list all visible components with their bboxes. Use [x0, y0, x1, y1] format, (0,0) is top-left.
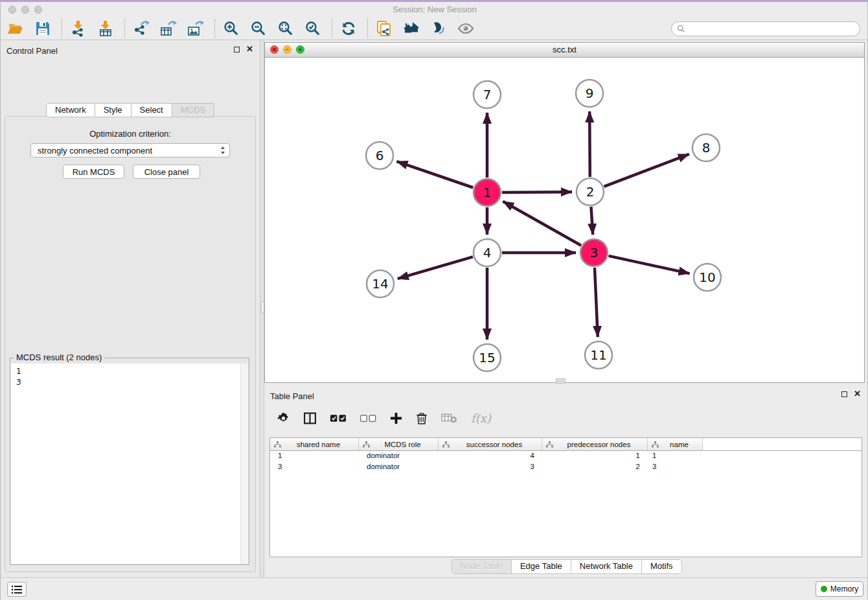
edge-2-9[interactable]: [589, 111, 590, 177]
close-panel-icon[interactable]: ✕: [246, 45, 253, 53]
show-graphics-details-button[interactable]: [429, 19, 448, 38]
edge-3-11[interactable]: [595, 268, 598, 337]
node-label-2: 2: [586, 184, 595, 200]
table-row[interactable]: 3dominator323: [270, 462, 862, 473]
import-table-button[interactable]: [96, 19, 115, 38]
table-cell[interactable]: 1: [270, 451, 359, 462]
vertical-splitter[interactable]: [260, 40, 264, 577]
home-button[interactable]: [402, 19, 421, 38]
table-cell[interactable]: 3: [270, 462, 359, 473]
delete-table-button[interactable]: [441, 413, 457, 424]
zoom-fit-button[interactable]: [276, 19, 295, 38]
table-cell[interactable]: dominator: [359, 462, 439, 473]
export-image-button[interactable]: [186, 19, 205, 38]
export-table-icon: [160, 20, 177, 37]
table-settings-button[interactable]: [277, 412, 290, 424]
node-table[interactable]: shared nameMCDS rolesuccessor nodesprede…: [269, 437, 862, 557]
tab-mcds[interactable]: MCDS: [172, 103, 214, 117]
zoom-in-button[interactable]: [222, 19, 241, 38]
table-panel: Table Panel ✕ f(x) shared nameMCDS roles…: [264, 386, 868, 577]
float-panel-icon[interactable]: [841, 391, 847, 397]
column-header-predecessor-nodes[interactable]: predecessor nodes: [542, 438, 648, 450]
hide-panels-button[interactable]: [456, 19, 475, 38]
tab-motifs[interactable]: Motifs: [641, 560, 681, 573]
show-columns-button[interactable]: [303, 411, 317, 425]
zoom-out-button[interactable]: [249, 19, 268, 38]
refresh-button[interactable]: [339, 19, 358, 38]
tab-network-table[interactable]: Network Table: [571, 560, 641, 573]
edge-2-8[interactable]: [604, 154, 689, 187]
toolbar-separator: [214, 19, 216, 38]
network-canvas[interactable]: 7968124314101511: [265, 57, 864, 382]
home-icon: [403, 20, 420, 37]
horizontal-splitter-handle[interactable]: [556, 378, 565, 384]
trash-icon: [416, 411, 428, 425]
node-label-7: 7: [483, 87, 492, 102]
result-line: 1: [16, 366, 243, 377]
edge-4-14[interactable]: [398, 257, 473, 279]
mcds-result-area[interactable]: 1 3: [11, 363, 248, 564]
tab-node-table[interactable]: Node Table: [451, 560, 511, 573]
mcds-panel: Optimization criterion: strongly connect…: [5, 116, 256, 572]
zoom-selected-button[interactable]: [303, 19, 323, 38]
toolbar-separator: [124, 19, 126, 38]
export-network-icon: [133, 20, 150, 37]
memory-button[interactable]: Memory: [816, 581, 863, 597]
table-row[interactable]: 1dominator411: [270, 451, 862, 462]
result-scrollbar[interactable]: [240, 363, 248, 564]
network-window-titlebar[interactable]: ✕ − + scc.txt: [265, 43, 864, 58]
close-panel-button[interactable]: Close panel: [133, 165, 200, 179]
tab-network[interactable]: Network: [46, 103, 95, 117]
run-mcds-button[interactable]: Run MCDS: [63, 165, 124, 179]
search-field[interactable]: [671, 21, 860, 36]
node-label-6: 6: [376, 148, 384, 163]
edge-3-10[interactable]: [609, 256, 690, 273]
node-label-1: 1: [483, 185, 492, 200]
tab-edge-table[interactable]: Edge Table: [511, 560, 571, 573]
tab-select[interactable]: Select: [131, 103, 172, 117]
table-cell[interactable]: 1: [648, 451, 703, 462]
export-table-button[interactable]: [159, 19, 178, 38]
column-header-MCDS-role[interactable]: MCDS role: [359, 438, 439, 450]
gear-icon: [277, 412, 290, 424]
copy-network-button[interactable]: [374, 19, 394, 38]
function-builder-button[interactable]: f(x): [471, 411, 491, 425]
control-panel: Control Panel ✕ Network Style Select MCD…: [1, 40, 260, 577]
table-cell[interactable]: 1: [542, 451, 648, 462]
delete-row-button[interactable]: [416, 411, 428, 425]
refresh-icon: [340, 20, 357, 37]
column-header-successor-nodes[interactable]: successor nodes: [439, 438, 542, 450]
search-input[interactable]: [685, 23, 860, 36]
mcds-result-title: MCDS result (2 nodes): [14, 352, 104, 362]
edge-3-1[interactable]: [503, 202, 581, 246]
import-network-button[interactable]: [69, 19, 88, 38]
mcds-result-fieldset: MCDS result (2 nodes) 1 3: [10, 358, 249, 565]
add-row-button[interactable]: [390, 412, 402, 424]
edge-2-3[interactable]: [591, 207, 593, 235]
table-cell[interactable]: dominator: [359, 451, 439, 462]
table-panel-title: Table Panel: [270, 391, 314, 401]
close-panel-icon[interactable]: ✕: [854, 390, 861, 398]
table-cell[interactable]: 3: [648, 462, 703, 473]
save-session-button[interactable]: [33, 19, 52, 38]
export-network-button[interactable]: [131, 19, 151, 38]
edge-1-2[interactable]: [502, 192, 572, 192]
table-cell[interactable]: 2: [542, 462, 648, 473]
export-image-icon: [187, 20, 204, 37]
optimization-criterion-select[interactable]: strongly connected component: [30, 143, 230, 157]
float-panel-icon[interactable]: [234, 47, 240, 52]
task-history-button[interactable]: [7, 582, 27, 597]
deselect-all-button[interactable]: [360, 413, 376, 423]
optimization-criterion-value: strongly connected component: [38, 146, 152, 156]
toolbar-separator: [62, 19, 63, 38]
edge-1-6[interactable]: [397, 161, 474, 187]
table-cell[interactable]: 3: [439, 462, 542, 473]
node-label-8: 8: [702, 140, 711, 156]
column-header-name[interactable]: name: [648, 438, 703, 450]
open-session-button[interactable]: [6, 19, 25, 38]
select-all-button[interactable]: [330, 413, 347, 423]
column-header-shared-name[interactable]: shared name: [270, 438, 359, 450]
tab-style[interactable]: Style: [95, 103, 131, 117]
table-cell[interactable]: 4: [439, 451, 542, 462]
node-label-11: 11: [590, 347, 606, 363]
